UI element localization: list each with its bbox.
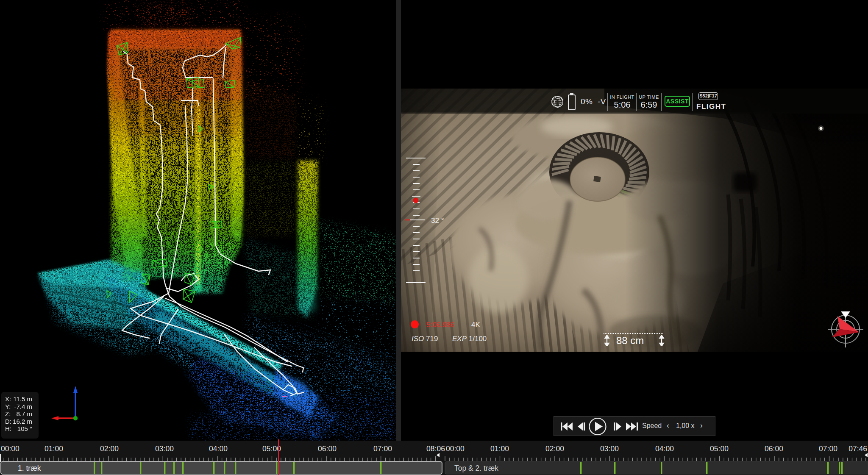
svg-text:1. træk: 1. træk (18, 464, 41, 472)
svg-text:07:00: 07:00 (819, 444, 837, 453)
svg-text:03:00: 03:00 (600, 444, 619, 453)
svg-text:07:00: 07:00 (373, 444, 392, 453)
svg-text:01:00: 01:00 (45, 444, 63, 453)
svg-text:04:00: 04:00 (655, 444, 674, 453)
svg-text:00:00: 00:00 (1, 444, 19, 453)
svg-text:05:00: 05:00 (710, 444, 729, 453)
svg-text:01:00: 01:00 (490, 444, 509, 453)
svg-text:03:00: 03:00 (155, 444, 174, 453)
svg-text:32 °: 32 ° (431, 217, 444, 225)
svg-text:02:00: 02:00 (100, 444, 119, 453)
svg-text:08:06: 08:06 (426, 444, 445, 453)
svg-text:Top & 2. træk: Top & 2. træk (454, 464, 498, 472)
svg-text:02:00: 02:00 (545, 444, 564, 453)
svg-text:00:00: 00:00 (446, 444, 465, 453)
svg-text:07:46: 07:46 (849, 444, 867, 453)
svg-text:06:00: 06:00 (318, 444, 337, 453)
svg-text:06:00: 06:00 (765, 444, 783, 453)
svg-text:04:00: 04:00 (209, 444, 228, 453)
